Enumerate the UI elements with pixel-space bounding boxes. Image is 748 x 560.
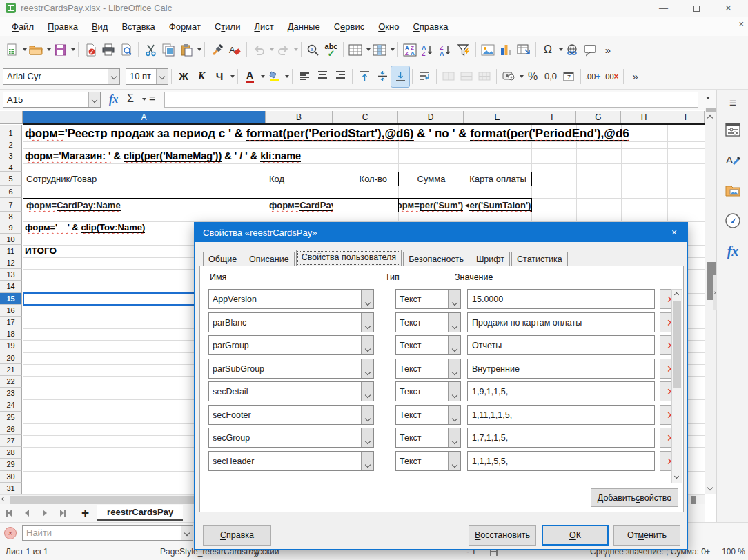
row-header-14[interactable]: 14: [0, 281, 22, 292]
property-name-combobox[interactable]: secGroup: [208, 428, 374, 448]
tab-font[interactable]: Шрифт: [471, 252, 510, 266]
maximize-button[interactable]: [681, 0, 712, 17]
chevron-down-icon[interactable]: [361, 290, 373, 308]
add-sheet-icon[interactable]: +: [81, 506, 89, 521]
paste-dropdown-icon[interactable]: [197, 48, 201, 51]
underline-dropdown-icon[interactable]: [230, 75, 235, 78]
property-value-input[interactable]: 1,1,1,5,5,: [467, 451, 655, 471]
property-type-combobox[interactable]: Текст: [395, 359, 461, 379]
find-replace-button[interactable]: a: [304, 39, 322, 60]
property-name-combobox[interactable]: parBlanc: [208, 312, 374, 332]
sort-descending-button[interactable]: ZA: [437, 39, 455, 60]
print-preview-button[interactable]: [117, 39, 135, 60]
row-header-23[interactable]: 23: [0, 388, 22, 399]
property-name-combobox[interactable]: secDetail: [208, 381, 374, 401]
previous-sheet-icon[interactable]: [18, 506, 36, 520]
menu-tools[interactable]: Сервис: [328, 19, 371, 34]
autosum-icon[interactable]: Σ: [127, 92, 134, 105]
minimize-button[interactable]: —: [648, 0, 679, 17]
column-header-B[interactable]: B: [266, 111, 333, 124]
chevron-down-icon[interactable]: [448, 290, 460, 308]
align-bottom-button[interactable]: [391, 66, 409, 87]
close-document-icon[interactable]: ×: [738, 19, 744, 29]
autofilter-button[interactable]: [455, 39, 473, 60]
sort-button[interactable]: AZZA: [401, 39, 419, 60]
column-header-E[interactable]: E: [464, 111, 531, 124]
add-property-button[interactable]: Добавить свойство: [591, 488, 678, 507]
menu-insert[interactable]: Вставка: [115, 19, 161, 34]
row-header-5[interactable]: 5: [0, 172, 22, 186]
unmerge-cells-button[interactable]: [475, 66, 493, 87]
row-header-25[interactable]: 25: [0, 412, 22, 423]
clone-formatting-button[interactable]: [208, 39, 226, 60]
cell-B5[interactable]: Код: [266, 172, 333, 186]
chevron-down-icon[interactable]: [181, 526, 193, 540]
undo-button[interactable]: [250, 39, 268, 60]
properties-scrollbar[interactable]: [671, 289, 682, 483]
sheet-tab-reestrCardsPay[interactable]: reestrCardsPay: [97, 505, 183, 521]
menu-window[interactable]: Окно: [372, 19, 405, 34]
property-type-combobox[interactable]: Текст: [395, 428, 461, 448]
toolbar-overflow-button[interactable]: »: [599, 39, 617, 60]
export-pdf-button[interactable]: [81, 39, 99, 60]
row-header-7[interactable]: 7: [0, 198, 22, 212]
row-header-13[interactable]: 13: [0, 269, 22, 281]
chevron-down-icon[interactable]: [156, 69, 168, 84]
font-name-combobox[interactable]: Arial Cyr: [3, 68, 120, 85]
special-character-button[interactable]: Ω: [539, 39, 557, 60]
row-header-4[interactable]: 4: [0, 163, 22, 172]
menu-styles[interactable]: Стили: [208, 19, 246, 34]
tab-general[interactable]: Общие: [203, 252, 242, 266]
row-header-30[interactable]: 30: [0, 471, 22, 483]
menu-view[interactable]: Вид: [86, 19, 115, 34]
open-button[interactable]: [27, 39, 45, 60]
property-type-combobox[interactable]: Текст: [395, 289, 461, 309]
chevron-down-icon[interactable]: [88, 92, 100, 107]
dialog-close-icon[interactable]: ×: [664, 224, 685, 240]
cut-button[interactable]: [141, 39, 159, 60]
property-type-combobox[interactable]: Текст: [395, 405, 461, 425]
cell-E7[interactable]: ◀er('SumTalon'): [464, 198, 532, 212]
property-value-input[interactable]: 1,11,1,1,5,: [467, 405, 655, 425]
tab-security[interactable]: Безопасность: [403, 252, 469, 266]
autosum-dropdown-icon[interactable]: [142, 98, 146, 101]
chevron-down-icon[interactable]: [361, 313, 373, 332]
cancel-button[interactable]: Отменить: [613, 525, 680, 546]
reset-button[interactable]: Восстановить: [469, 525, 536, 546]
property-type-combobox[interactable]: Текст: [395, 335, 461, 355]
row-header-15[interactable]: 15: [0, 293, 22, 305]
row-header-16[interactable]: 16: [0, 305, 22, 317]
comment-button[interactable]: [581, 39, 599, 60]
row-header-19[interactable]: 19: [0, 340, 22, 352]
insert-image-button[interactable]: [479, 39, 497, 60]
zoom-level[interactable]: 100 %: [722, 547, 745, 557]
column-header-G[interactable]: G: [576, 111, 621, 124]
menu-file[interactable]: Файл: [6, 19, 40, 34]
column-header-C[interactable]: C: [333, 111, 398, 124]
sidebar-settings-icon[interactable]: ≡: [722, 93, 743, 114]
chevron-down-icon[interactable]: [448, 336, 460, 354]
align-center-button[interactable]: [313, 66, 331, 87]
row-header-27[interactable]: 27: [0, 435, 22, 447]
cell-A7[interactable]: форм=CardPay:Name: [23, 198, 266, 212]
property-value-input[interactable]: 15.0000: [467, 289, 655, 309]
cell-D7[interactable]: форм=per('Sum'): [398, 198, 464, 212]
center-vertically-button[interactable]: [373, 66, 391, 87]
spelling-button[interactable]: abc✓: [322, 39, 340, 60]
row-header-2[interactable]: 2: [0, 141, 22, 148]
chevron-down-icon[interactable]: [361, 336, 373, 354]
delete-decimal-button[interactable]: .00×: [602, 66, 620, 87]
cell-A1[interactable]: форм='Реестр продаж за период с ' & form…: [25, 126, 704, 141]
chevron-down-icon[interactable]: [448, 359, 460, 378]
underline-button[interactable]: Ч: [210, 66, 228, 87]
chevron-down-icon[interactable]: [361, 406, 373, 424]
sidebar-navigator-icon[interactable]: [722, 210, 743, 231]
save-button[interactable]: [51, 39, 69, 60]
hyperlink-button[interactable]: [563, 39, 581, 60]
chevron-down-icon[interactable]: [361, 359, 373, 378]
property-type-combobox[interactable]: Текст: [395, 451, 461, 471]
property-value-input[interactable]: Продажи по картам оплаты: [467, 312, 655, 332]
insert-chart-button[interactable]: [497, 39, 515, 60]
copy-button[interactable]: [159, 39, 177, 60]
sidebar-styles-icon[interactable]: A: [722, 150, 743, 170]
